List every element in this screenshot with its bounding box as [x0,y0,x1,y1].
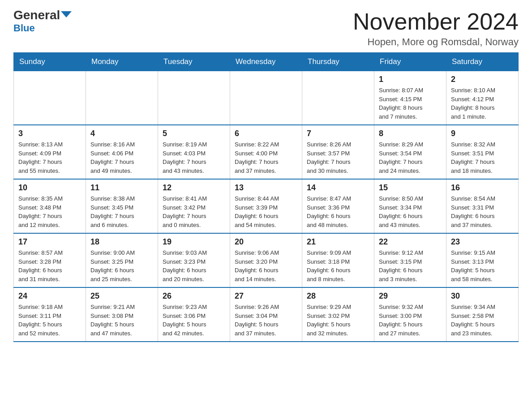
calendar-cell: 24Sunrise: 9:18 AM Sunset: 3:11 PM Dayli… [14,287,86,342]
calendar-cell: 14Sunrise: 8:47 AM Sunset: 3:36 PM Dayli… [302,179,374,233]
calendar-cell [158,71,230,125]
calendar-cell: 4Sunrise: 8:16 AM Sunset: 4:06 PM Daylig… [86,125,158,179]
calendar-cell: 22Sunrise: 9:12 AM Sunset: 3:15 PM Dayli… [374,233,446,287]
calendar-cell: 7Sunrise: 8:26 AM Sunset: 3:57 PM Daylig… [302,125,374,179]
day-number: 30 [451,291,514,301]
calendar-cell: 27Sunrise: 9:26 AM Sunset: 3:04 PM Dayli… [230,287,302,342]
calendar-week-row: 10Sunrise: 8:35 AM Sunset: 3:48 PM Dayli… [14,179,519,233]
title-area: November 2024 Hopen, More og Romsdal, No… [353,9,519,48]
day-info: Sunrise: 8:07 AM Sunset: 4:15 PM Dayligh… [379,86,442,121]
calendar-cell: 28Sunrise: 9:29 AM Sunset: 3:02 PM Dayli… [302,287,374,342]
calendar-cell: 8Sunrise: 8:29 AM Sunset: 3:54 PM Daylig… [374,125,446,179]
day-info: Sunrise: 9:32 AM Sunset: 3:00 PM Dayligh… [379,303,442,338]
day-number: 22 [379,237,442,247]
day-number: 26 [163,291,225,301]
day-info: Sunrise: 9:15 AM Sunset: 3:13 PM Dayligh… [451,248,514,283]
day-info: Sunrise: 9:09 AM Sunset: 3:18 PM Dayligh… [307,248,369,283]
calendar-cell: 10Sunrise: 8:35 AM Sunset: 3:48 PM Dayli… [14,179,86,233]
day-number: 29 [379,291,442,301]
calendar-cell: 30Sunrise: 9:34 AM Sunset: 2:58 PM Dayli… [446,287,519,342]
day-number: 24 [18,291,81,301]
month-title: November 2024 [353,9,519,34]
day-number: 6 [235,129,297,138]
day-number: 16 [451,183,514,193]
day-number: 21 [307,237,369,247]
calendar-week-row: 24Sunrise: 9:18 AM Sunset: 3:11 PM Dayli… [14,287,519,342]
calendar-cell: 2Sunrise: 8:10 AM Sunset: 4:12 PM Daylig… [446,71,519,125]
calendar-cell [302,71,374,125]
calendar-cell: 12Sunrise: 8:41 AM Sunset: 3:42 PM Dayli… [158,179,230,233]
day-info: Sunrise: 9:26 AM Sunset: 3:04 PM Dayligh… [235,303,297,338]
calendar-cell: 11Sunrise: 8:38 AM Sunset: 3:45 PM Dayli… [86,179,158,233]
calendar-cell: 6Sunrise: 8:22 AM Sunset: 4:00 PM Daylig… [230,125,302,179]
day-info: Sunrise: 9:18 AM Sunset: 3:11 PM Dayligh… [18,303,81,338]
day-number: 28 [307,291,369,301]
calendar-cell: 3Sunrise: 8:13 AM Sunset: 4:09 PM Daylig… [14,125,86,179]
day-number: 5 [163,129,225,138]
day-number: 15 [379,183,442,193]
day-number: 11 [90,183,153,193]
day-header-sunday: Sunday [14,53,86,71]
calendar-week-row: 1Sunrise: 8:07 AM Sunset: 4:15 PM Daylig… [14,71,519,125]
day-header-thursday: Thursday [302,53,374,71]
day-info: Sunrise: 8:26 AM Sunset: 3:57 PM Dayligh… [307,140,369,175]
day-number: 12 [163,183,225,193]
calendar-cell: 25Sunrise: 9:21 AM Sunset: 3:08 PM Dayli… [86,287,158,342]
day-info: Sunrise: 8:13 AM Sunset: 4:09 PM Dayligh… [18,140,81,175]
day-info: Sunrise: 9:00 AM Sunset: 3:25 PM Dayligh… [90,248,153,283]
day-number: 20 [235,237,297,247]
calendar-table: SundayMondayTuesdayWednesdayThursdayFrid… [13,52,519,342]
day-info: Sunrise: 8:19 AM Sunset: 4:03 PM Dayligh… [163,140,225,175]
day-info: Sunrise: 9:29 AM Sunset: 3:02 PM Dayligh… [307,303,369,338]
day-number: 1 [379,75,442,84]
day-info: Sunrise: 8:38 AM Sunset: 3:45 PM Dayligh… [90,194,153,229]
calendar-cell: 5Sunrise: 8:19 AM Sunset: 4:03 PM Daylig… [158,125,230,179]
day-number: 10 [18,183,81,193]
day-header-monday: Monday [86,53,158,71]
calendar-cell: 18Sunrise: 9:00 AM Sunset: 3:25 PM Dayli… [86,233,158,287]
day-info: Sunrise: 8:16 AM Sunset: 4:06 PM Dayligh… [90,140,153,175]
day-number: 2 [451,75,514,84]
day-number: 25 [90,291,153,301]
calendar-cell [230,71,302,125]
day-info: Sunrise: 8:47 AM Sunset: 3:36 PM Dayligh… [307,194,369,229]
day-header-saturday: Saturday [446,53,519,71]
day-header-row: SundayMondayTuesdayWednesdayThursdayFrid… [14,53,519,71]
day-number: 17 [18,237,81,247]
day-number: 23 [451,237,514,247]
calendar-cell: 13Sunrise: 8:44 AM Sunset: 3:39 PM Dayli… [230,179,302,233]
day-number: 9 [451,129,514,138]
day-info: Sunrise: 8:10 AM Sunset: 4:12 PM Dayligh… [451,86,514,121]
day-info: Sunrise: 8:57 AM Sunset: 3:28 PM Dayligh… [18,248,81,283]
day-info: Sunrise: 9:03 AM Sunset: 3:23 PM Dayligh… [163,248,225,283]
calendar-cell: 26Sunrise: 9:23 AM Sunset: 3:06 PM Dayli… [158,287,230,342]
day-number: 18 [90,237,153,247]
day-header-wednesday: Wednesday [230,53,302,71]
calendar-cell: 21Sunrise: 9:09 AM Sunset: 3:18 PM Dayli… [302,233,374,287]
day-info: Sunrise: 8:44 AM Sunset: 3:39 PM Dayligh… [235,194,297,229]
day-number: 7 [307,129,369,138]
day-info: Sunrise: 9:12 AM Sunset: 3:15 PM Dayligh… [379,248,442,283]
calendar-cell: 29Sunrise: 9:32 AM Sunset: 3:00 PM Dayli… [374,287,446,342]
calendar-cell: 15Sunrise: 8:50 AM Sunset: 3:34 PM Dayli… [374,179,446,233]
day-number: 4 [90,129,153,138]
day-info: Sunrise: 8:41 AM Sunset: 3:42 PM Dayligh… [163,194,225,229]
calendar-cell [14,71,86,125]
day-number: 27 [235,291,297,301]
day-number: 8 [379,129,442,138]
calendar-cell: 9Sunrise: 8:32 AM Sunset: 3:51 PM Daylig… [446,125,519,179]
location-subtitle: Hopen, More og Romsdal, Norway [353,36,519,48]
day-number: 19 [163,237,225,247]
day-info: Sunrise: 8:50 AM Sunset: 3:34 PM Dayligh… [379,194,442,229]
day-number: 3 [18,129,81,138]
day-info: Sunrise: 8:29 AM Sunset: 3:54 PM Dayligh… [379,140,442,175]
calendar-week-row: 3Sunrise: 8:13 AM Sunset: 4:09 PM Daylig… [14,125,519,179]
day-header-friday: Friday [374,53,446,71]
logo-text: General [13,9,72,21]
logo-subtitle: Blue [13,22,35,34]
calendar-week-row: 17Sunrise: 8:57 AM Sunset: 3:28 PM Dayli… [14,233,519,287]
day-number: 13 [235,183,297,193]
page-header: General Blue November 2024 Hopen, More o… [13,9,519,48]
day-info: Sunrise: 8:32 AM Sunset: 3:51 PM Dayligh… [451,140,514,175]
day-info: Sunrise: 9:34 AM Sunset: 2:58 PM Dayligh… [451,303,514,338]
